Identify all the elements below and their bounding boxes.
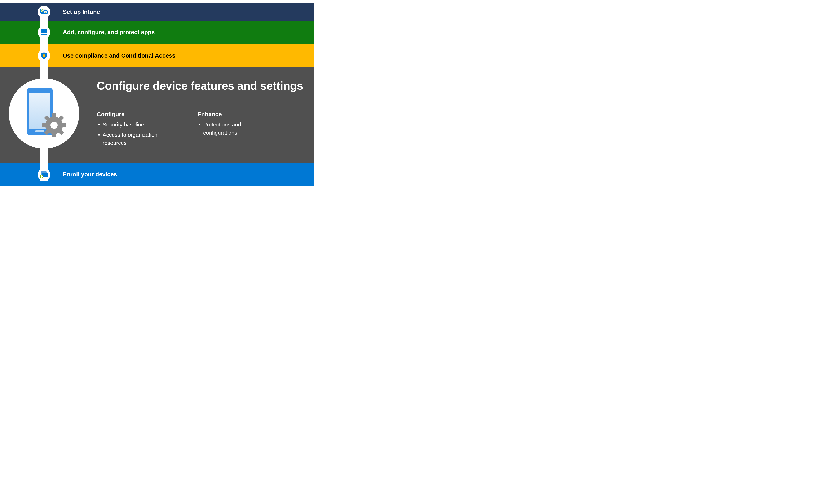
intune-setup-diagram: Set up Intune Add, configure, and protec… xyxy=(0,0,314,189)
step-label: Enroll your devices xyxy=(63,171,117,178)
step-label: Set up Intune xyxy=(63,8,100,15)
svg-rect-21 xyxy=(62,123,66,127)
svg-rect-13 xyxy=(46,34,47,35)
column-list: Security baseline Access to organization… xyxy=(97,121,172,147)
svg-rect-6 xyxy=(43,29,45,31)
svg-point-27 xyxy=(51,122,58,129)
column-heading: Configure xyxy=(97,111,172,118)
step-label: Use compliance and Conditional Access xyxy=(63,52,175,59)
step-node-add-apps xyxy=(38,26,50,38)
step-node-compliance xyxy=(38,50,50,62)
main-step-columns: Configure Security baseline Access to or… xyxy=(97,111,273,149)
svg-rect-32 xyxy=(41,176,43,177)
svg-rect-10 xyxy=(46,31,47,33)
apps-grid-icon xyxy=(41,29,47,35)
step-node-enroll-devices xyxy=(38,168,50,181)
enroll-devices-icon xyxy=(40,171,48,178)
svg-rect-14 xyxy=(43,55,45,57)
list-item: Access to organization resources xyxy=(97,131,172,147)
step-node-setup-intune xyxy=(38,6,50,18)
main-step-title: Configure device features and settings xyxy=(97,79,303,93)
svg-rect-17 xyxy=(35,130,45,132)
column-enhance: Enhance Protections and configurations xyxy=(197,111,273,149)
svg-rect-12 xyxy=(43,34,45,35)
list-item: Protections and configurations xyxy=(197,121,273,137)
step-label: Add, configure, and protect apps xyxy=(63,29,155,36)
svg-rect-20 xyxy=(52,133,56,137)
list-item: Security baseline xyxy=(97,121,172,129)
monitor-icon xyxy=(40,8,48,15)
svg-rect-7 xyxy=(46,29,47,31)
svg-rect-8 xyxy=(41,31,42,33)
column-list: Protections and configurations xyxy=(197,121,273,137)
svg-rect-5 xyxy=(41,29,42,31)
column-heading: Enhance xyxy=(197,111,273,118)
svg-rect-11 xyxy=(41,34,42,35)
svg-rect-19 xyxy=(52,113,56,118)
step-node-configure-device xyxy=(9,78,79,149)
svg-rect-9 xyxy=(43,31,45,33)
device-gear-icon xyxy=(19,86,69,141)
svg-rect-22 xyxy=(42,123,47,127)
shield-lock-icon xyxy=(41,52,47,59)
column-configure: Configure Security baseline Access to or… xyxy=(97,111,172,149)
